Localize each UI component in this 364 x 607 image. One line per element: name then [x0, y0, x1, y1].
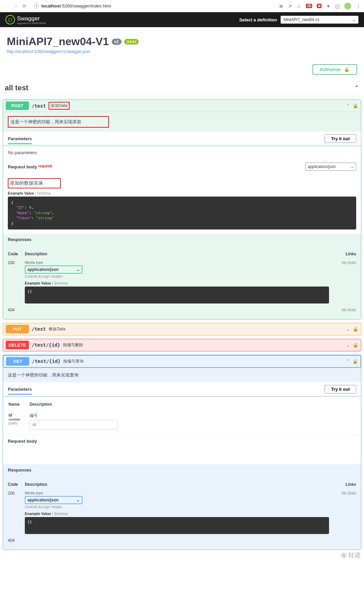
api-title: MiniAPI7_new04-V1 v1 OAS3 [7, 35, 357, 48]
op-summary[interactable]: POST /test 添加Data ⌃ 🔒 [3, 100, 361, 112]
op-path: /test [32, 326, 46, 332]
media-type-select[interactable]: application/json⌄ [25, 496, 83, 504]
search-icon[interactable]: ⊕ [279, 3, 283, 9]
request-example: { "ID": 0, "Name": "string", "Token": "s… [8, 197, 356, 229]
nav-arrows: ← → ⟳ [3, 3, 26, 9]
op-summary-text: 按编号查询 [63, 358, 84, 364]
opblock-post-test: POST /test 添加Data ⌃ 🔒 这是一个神密的功能，用来实现添加 P… [3, 99, 361, 319]
responses-table-header: Code Description Links [8, 250, 356, 258]
authorize-button[interactable]: Authorize🔒 [312, 64, 357, 75]
share-icon[interactable]: ↗ [288, 3, 292, 9]
tab-example[interactable]: Example Value [8, 191, 34, 195]
reload-icon[interactable]: ⟳ [22, 3, 26, 9]
chevron-up-icon: ⌃ [346, 358, 350, 364]
request-body-description: 添加的数据实体 [8, 178, 356, 188]
wechat-icon: ◉ [341, 551, 347, 559]
method-badge: DELETE [6, 341, 29, 349]
media-type-select[interactable]: application/json⌄ [25, 265, 83, 274]
back-icon[interactable]: ← [3, 3, 8, 9]
parameters-header: Parameters Try it out [3, 382, 361, 397]
swagger-logo-text: Swagger [17, 15, 40, 22]
response-row-200: 200 Media type application/json⌄ Control… [8, 258, 356, 306]
param-input-id[interactable] [30, 420, 118, 429]
tab-schema[interactable]: Schema [37, 191, 51, 195]
opblock-delete-test-id: DELETE /test/{id} 按编号删除 ⌄🔒 [3, 339, 361, 351]
method-badge: POST [6, 102, 29, 110]
content-type-select[interactable]: application/json⌄ [305, 163, 356, 171]
avatar[interactable] [344, 3, 351, 10]
watermark: ◉ 桂迹 [341, 551, 361, 559]
lock-icon[interactable]: 🔒 [353, 327, 358, 332]
op-description: 这是一个神密的功能，用来实现添加 [3, 112, 361, 132]
swagger-logo-icon: {;} [5, 15, 15, 24]
opblock-get-test-id: GET /test/{id} 按编号查询 ⌃🔒 这是一个神密的功能，用来实现查询… [3, 355, 361, 550]
swagger-topbar: {;} Swagger supported by SMARTBEAR Selec… [0, 12, 364, 27]
oas-badge: OAS3 [124, 39, 139, 44]
request-body-header: Request bodyrequired application/json⌄ [3, 159, 361, 174]
try-it-out-button[interactable]: Try it out [325, 134, 356, 143]
swagger-logo: {;} Swagger supported by SMARTBEAR [5, 15, 46, 24]
op-path: /test/{id} [32, 342, 60, 348]
opblock-put-test: PUT /test 修改Data ⌄🔒 [3, 323, 361, 335]
op-path: /test [32, 103, 46, 109]
extension-bug-icon[interactable]: ✖ [317, 4, 322, 8]
chevron-down-icon: ⌄ [350, 164, 354, 169]
op-summary[interactable]: PUT /test 修改Data ⌄🔒 [3, 323, 361, 335]
response-row-404: 404 No links [8, 306, 356, 314]
swagger-logo-sub: supported by SMARTBEAR [17, 22, 46, 24]
extension-js-icon[interactable]: JS [306, 4, 312, 8]
op-summary[interactable]: GET /test/{id} 按编号查询 ⌃🔒 [3, 355, 361, 368]
chevron-down-icon: ⌄ [76, 498, 80, 502]
controls-hint: Controls Accept header. [25, 505, 329, 509]
responses-table-header: Code Description Links [8, 480, 356, 489]
response-example: {} [25, 517, 329, 534]
url-host: localhost:5260/swagger/index.html [41, 3, 111, 8]
response-row-404: 404 [8, 536, 356, 545]
lock-icon[interactable]: 🔒 [353, 103, 358, 108]
response-example: {} [25, 287, 329, 304]
definition-label: Select a definition [239, 17, 277, 22]
parameters-table: NameDescription id number (path) 编号 [8, 399, 356, 433]
try-it-out-button[interactable]: Try it out [325, 385, 356, 393]
chevron-up-icon: ⌃ [354, 84, 359, 92]
spec-url-link[interactable]: http://localhost:5260/swagger/v1/swagger… [7, 49, 90, 54]
responses-title: Responses [8, 237, 356, 242]
op-summary[interactable]: DELETE /test/{id} 按编号删除 ⌄🔒 [3, 339, 361, 351]
menu-icon[interactable]: ⋮ [356, 3, 361, 9]
request-body-header: Request body [3, 435, 361, 447]
star-icon[interactable]: ☆ [297, 3, 301, 9]
chevron-down-icon: ⌄ [346, 342, 350, 348]
op-summary-text: 修改Data [49, 326, 65, 332]
extensions-icon[interactable]: ✦ [326, 3, 330, 9]
responses-title: Responses [8, 467, 356, 473]
method-badge: PUT [6, 325, 29, 333]
browser-toolbar: ← → ⟳ i localhost:5260/swagger/index.htm… [0, 0, 364, 12]
op-summary-text: 按编号删除 [63, 342, 83, 348]
op-path: /test/{id} [32, 358, 60, 364]
example-tabs: Example Value | Schema [8, 191, 356, 195]
op-description: 这是一个神密的功能，用来实现查询 [3, 368, 361, 382]
version-badge: v1 [112, 39, 122, 45]
no-parameters: No parameters [3, 146, 361, 159]
op-summary-text: 添加Data [49, 102, 69, 110]
url-bar[interactable]: i localhost:5260/swagger/index.html [31, 2, 275, 10]
lock-icon[interactable]: 🔒 [353, 343, 358, 348]
tag-header[interactable]: all test ⌃ [3, 81, 361, 96]
controls-hint: Controls Accept header. [25, 275, 329, 278]
chevron-down-icon: ⌄ [76, 267, 80, 272]
forward-icon[interactable]: → [13, 3, 18, 9]
sidepanel-icon[interactable]: ◫ [335, 3, 340, 9]
info-icon[interactable]: i [34, 4, 39, 8]
lock-icon: 🔒 [344, 67, 350, 72]
lock-icon[interactable]: 🔒 [352, 359, 358, 364]
method-badge: GET [6, 357, 29, 366]
parameter-row-id: id number (path) 编号 [8, 410, 356, 432]
response-row-200: 200 Media type application/json⌄ Control… [8, 489, 356, 536]
tag-name: all test [5, 84, 29, 92]
definition-select[interactable]: MiniAPI7_new04 v1 [280, 16, 359, 24]
chevron-up-icon: ⌃ [346, 103, 350, 109]
parameters-header: Parameters Try it out [3, 132, 361, 146]
chevron-down-icon: ⌄ [346, 326, 350, 332]
api-info: MiniAPI7_new04-V1 v1 OAS3 http://localho… [0, 27, 364, 64]
